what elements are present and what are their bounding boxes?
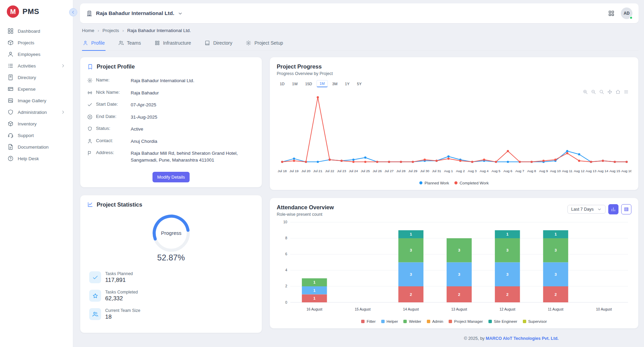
sidebar-item-projects[interactable]: Projects [3,37,69,48]
legend-swatch [488,320,492,323]
svg-text:1: 1 [410,232,412,236]
breadcrumb: Home›Projects›Raja Bahadur International… [82,28,637,33]
brand-name: PMS [22,7,39,16]
range-button-1d[interactable]: 1D [277,80,288,87]
tab-project-setup[interactable]: Project Setup [245,36,284,51]
stat-item: Tasks Completed62,332 [89,290,255,302]
range-button-3m[interactable]: 3M [329,80,340,87]
sidebar-item-image-gallery[interactable]: Image Gallery [3,95,69,106]
legend-item[interactable]: Supervisor [523,319,547,323]
sidebar-item-label: Help Desk [18,156,39,161]
sidebar-item-documentation[interactable]: Documentation [3,142,69,152]
home-icon[interactable] [615,89,621,94]
field-label: End Date: [96,114,127,119]
legend-label: Completed Work [460,181,488,185]
svg-text:14 August: 14 August [403,307,419,311]
zoom-in-icon[interactable] [583,89,588,94]
building-icon [86,10,93,17]
check-icon [92,274,98,281]
legend-item[interactable]: Completed Work [454,181,488,185]
svg-text:Jul 28: Jul 28 [397,169,406,173]
legend-label: Fitter [367,319,375,323]
svg-text:2: 2 [458,292,460,296]
legend-item[interactable]: Fitter [361,319,375,323]
svg-text:0: 0 [285,300,287,304]
bar-view-button[interactable] [608,204,618,214]
breadcrumb-item[interactable]: Home [82,28,94,33]
stat-label: Tasks Completed [105,290,138,295]
company-selector[interactable]: Raja Bahadur International Ltd. [86,10,183,17]
svg-text:Aug 10: Aug 10 [550,169,561,173]
range-button-1w[interactable]: 1W [289,80,301,87]
zoom-out-icon[interactable] [591,89,596,94]
avatar[interactable]: AD [621,7,632,19]
pan-icon[interactable] [607,89,612,94]
tab-directory[interactable]: Directory [204,36,233,51]
sidebar-collapse-button[interactable] [69,8,77,16]
sidebar-item-help-desk[interactable]: Help Desk [3,153,69,164]
help-desk-icon [7,155,14,162]
project-progress-chart[interactable]: Jul 18Jul 19Jul 20Jul 21Jul 22Jul 23Jul … [277,89,631,180]
autoscale-icon[interactable] [599,89,604,94]
footer-text: © 2025, by [464,336,486,341]
legend-item[interactable]: Helper [381,319,398,323]
date-range-select[interactable]: Last 7 Days [567,205,606,214]
chevron-right-icon [61,110,65,115]
svg-text:3: 3 [458,272,460,276]
bookmark-icon [87,64,93,70]
legend-item[interactable]: Project Manager [449,319,483,323]
profile-fields: Name:Raja Bahadur International Ltd.Nick… [87,75,255,166]
attendance-chart[interactable]: 024681011116 August15 August233114 Augus… [277,217,631,319]
legend-swatch [454,181,457,184]
chart-title: Project Progress [277,63,631,70]
tab-label: Profile [91,40,105,46]
svg-text:3: 3 [554,272,557,276]
breadcrumb-item[interactable]: Projects [102,28,119,33]
apps-grid-button[interactable] [608,10,615,17]
field-value: 07-Apr-2025 [131,102,156,108]
legend-label: Site Engineer [494,319,517,323]
brand-logo-icon: M [7,5,19,18]
range-button-15d[interactable]: 15D [302,80,315,87]
support-icon [7,132,14,138]
tab-teams[interactable]: Teams [118,36,142,51]
sidebar-item-dashboard[interactable]: Dashboard [3,26,69,36]
sidebar-item-support[interactable]: Support [3,130,69,140]
gear-icon [87,78,93,83]
legend-item[interactable]: Welder [403,319,421,323]
menu-icon[interactable] [624,89,629,94]
legend-swatch [419,181,422,184]
tab-infrastructure[interactable]: Infrastructure [154,36,192,51]
legend-item[interactable]: Admin [427,319,444,323]
tab-profile[interactable]: Profile [82,36,106,51]
sidebar-item-expense[interactable]: Expense [3,84,69,94]
svg-text:3: 3 [554,248,557,252]
field-label: Nick Name: [96,90,127,95]
stat-label: Current Team Size [105,308,140,313]
legend-label: Helper [387,319,398,323]
legend-item[interactable]: Site Engineer [488,319,517,323]
sidebar-item-administration[interactable]: Administration [3,107,69,117]
grid-icon[interactable] [608,10,615,17]
chart-subtitle: Progress Overview by Project [277,71,631,76]
sidebar-item-activities[interactable]: Activities [3,61,69,71]
svg-text:Aug 13: Aug 13 [586,169,597,173]
users-icon [118,40,124,46]
modify-details-button[interactable]: Modify Details [152,172,190,182]
legend-item[interactable]: Planned Work [419,181,449,185]
svg-text:1: 1 [313,280,316,284]
range-button-5y[interactable]: 5Y [354,80,365,87]
table-view-button[interactable] [621,204,631,214]
sidebar-item-employees[interactable]: Employees [3,49,69,59]
main-content: Raja Bahadur International Ltd. AD Home›… [73,0,644,347]
svg-text:Jul 19: Jul 19 [290,169,299,173]
range-button-1y[interactable]: 1Y [342,80,352,87]
footer-link[interactable]: MARCO AIoT Technologies Pvt. Ltd. [486,336,559,341]
field-value: Raja Bahadur [131,90,159,96]
sidebar-item-directory[interactable]: Directory [3,72,69,82]
sidebar-item-inventory[interactable]: Inventory [3,119,69,129]
sidebar-item-label: Directory [18,75,36,80]
range-button-1m[interactable]: 1M [317,80,328,87]
sidebar-item-label: Activities [18,63,36,69]
svg-text:1: 1 [313,296,316,300]
